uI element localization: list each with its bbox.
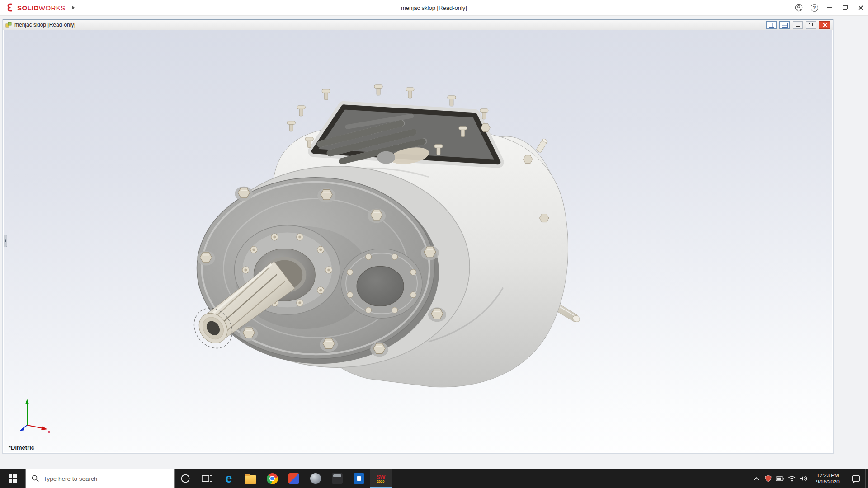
help-icon: ? xyxy=(811,4,818,12)
minimize-button[interactable] xyxy=(822,0,837,15)
search-icon xyxy=(32,475,39,482)
solidworks-logo-mark xyxy=(5,3,15,12)
secondary-cover[interactable] xyxy=(341,249,422,318)
display-pane-left-button[interactable] xyxy=(766,21,777,29)
show-desktop-button[interactable] xyxy=(865,469,868,488)
document-window-controls xyxy=(766,21,830,29)
cortana-icon xyxy=(180,474,190,483)
windows-logo-icon xyxy=(9,474,17,483)
pinned-app-button-4[interactable] xyxy=(348,469,370,488)
screen: SOLIDWORKS menjac sklop [Read-only] ? xyxy=(0,0,868,488)
restore-icon xyxy=(843,5,848,10)
action-center-button[interactable] xyxy=(846,469,865,488)
rear-stub-shaft[interactable] xyxy=(536,138,548,153)
app-titlebar: SOLIDWORKS menjac sklop [Read-only] ? xyxy=(0,0,868,16)
tray-app-button[interactable] xyxy=(762,469,774,488)
battery-button[interactable] xyxy=(774,469,786,488)
pinned-app-icon-2 xyxy=(310,473,321,484)
task-view-button[interactable] xyxy=(196,469,218,488)
pinned-app-button-2[interactable] xyxy=(305,469,326,488)
pinned-app-icon-3 xyxy=(332,473,343,484)
orientation-triad[interactable]: x xyxy=(16,397,52,433)
edge-icon: e xyxy=(225,473,232,485)
system-tray: 12:23 PM 9/16/2020 xyxy=(750,469,868,488)
minimize-icon xyxy=(827,7,832,8)
document-title: menjac sklop [Read-only] xyxy=(14,22,75,28)
notifications-icon xyxy=(852,475,860,482)
network-button[interactable] xyxy=(786,469,797,488)
pinned-app-icon-4 xyxy=(354,473,364,484)
solidworks-icon: SW xyxy=(377,474,385,480)
close-icon xyxy=(822,23,827,28)
document-titlebar[interactable]: menjac sklop [Read-only] xyxy=(3,20,833,30)
brand-text-light: WORKS xyxy=(39,4,66,12)
help-button[interactable]: ? xyxy=(807,0,822,15)
start-button[interactable] xyxy=(0,469,25,488)
display-pane-bottom-button[interactable] xyxy=(779,21,790,29)
close-icon xyxy=(858,5,863,11)
view-orientation-label: *Dimetric xyxy=(9,444,34,451)
wifi-icon xyxy=(788,476,796,482)
speaker-icon xyxy=(800,475,807,482)
x-axis-arrow xyxy=(41,426,47,430)
minimize-icon xyxy=(796,26,800,27)
close-button[interactable] xyxy=(853,0,868,15)
taskbar-clock[interactable]: 12:23 PM 9/16/2020 xyxy=(809,469,846,488)
solidworks-year-badge: 2020 xyxy=(377,480,385,483)
restore-icon xyxy=(809,23,813,27)
pinned-app-icon-1 xyxy=(288,473,299,484)
restore-button[interactable] xyxy=(837,0,853,15)
app-title: menjac sklop [Read-only] xyxy=(0,5,868,11)
taskbar: e SW 2020 xyxy=(0,469,868,488)
pane-split-vertical-icon xyxy=(769,23,774,28)
account-button[interactable] xyxy=(791,0,807,15)
panel-collapse-handle[interactable] xyxy=(4,235,7,247)
pinned-app-button-1[interactable] xyxy=(283,469,305,488)
search-input[interactable] xyxy=(43,475,156,482)
clock-date: 9/16/2020 xyxy=(816,479,839,485)
battery-icon xyxy=(776,476,784,481)
taskbar-search[interactable] xyxy=(25,469,175,488)
pinned-app-button-3[interactable] xyxy=(326,469,348,488)
person-icon xyxy=(795,4,803,12)
document-minimize-button[interactable] xyxy=(793,21,803,29)
brand-text: SOLIDWORKS xyxy=(17,4,66,12)
assembly-icon xyxy=(5,22,12,28)
document-close-button[interactable] xyxy=(819,21,830,29)
chrome-icon xyxy=(267,473,278,484)
workspace-background: menjac sklop [Read-only] xyxy=(0,16,868,469)
document-restore-button[interactable] xyxy=(806,21,816,29)
volume-button[interactable] xyxy=(797,469,809,488)
shield-icon xyxy=(765,475,772,482)
x-axis-label: x xyxy=(48,429,50,433)
flyout-arrow-icon[interactable] xyxy=(72,5,75,10)
solidworks-logo[interactable]: SOLIDWORKS xyxy=(0,3,75,12)
solidworks-taskbar-button[interactable]: SW 2020 xyxy=(370,469,392,488)
y-axis-arrow xyxy=(25,399,29,404)
document-window: menjac sklop [Read-only] xyxy=(3,19,833,453)
edge-button[interactable]: e xyxy=(218,469,240,488)
clock-time: 12:23 PM xyxy=(816,472,839,479)
tray-expand-button[interactable] xyxy=(750,469,762,488)
file-explorer-button[interactable] xyxy=(240,469,261,488)
titlebar-controls: ? xyxy=(791,0,868,15)
brand-text-bold: SOLID xyxy=(17,4,39,12)
task-view-icon xyxy=(202,474,212,483)
viewport-3d[interactable]: x *Dimetric xyxy=(4,30,832,452)
file-explorer-icon xyxy=(245,475,256,484)
pane-split-horizontal-icon xyxy=(782,23,788,28)
chevron-up-icon xyxy=(753,476,760,481)
gearbox-model[interactable] xyxy=(4,30,832,452)
cortana-button[interactable] xyxy=(175,469,196,488)
chrome-button[interactable] xyxy=(261,469,283,488)
